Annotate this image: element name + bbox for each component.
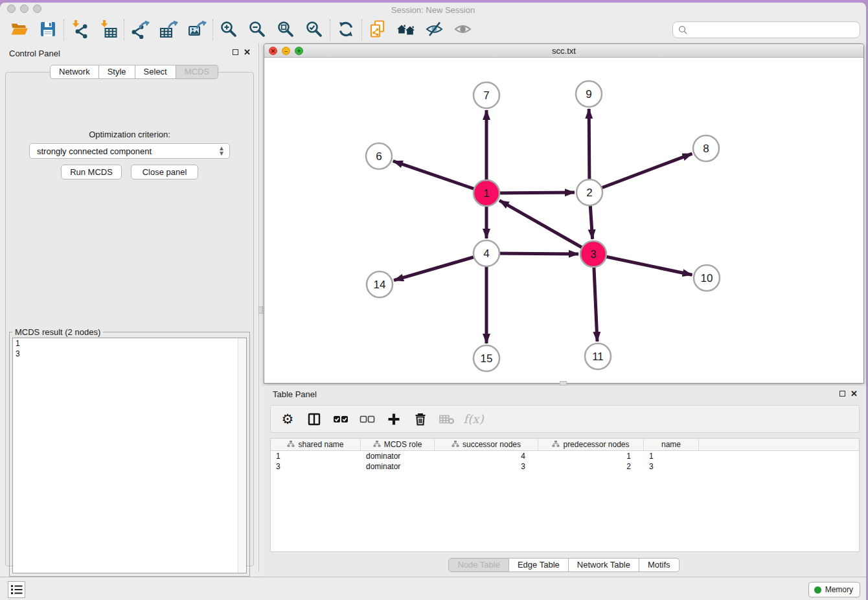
edge-2-8[interactable] xyxy=(589,154,692,192)
edge-4-3[interactable] xyxy=(486,253,578,254)
tab-select[interactable]: Select xyxy=(135,65,176,79)
table-panel-close-button[interactable]: ✕ xyxy=(851,390,858,397)
horizontal-splitter-handle[interactable] xyxy=(560,381,567,386)
import-network-from-file-button[interactable] xyxy=(65,19,94,41)
new-network-from-selection-button[interactable] xyxy=(363,19,392,41)
table-tab-node-table[interactable]: Node Table xyxy=(448,558,509,572)
graph-node-1[interactable]: 1 xyxy=(474,180,499,206)
graph-node-8[interactable]: 8 xyxy=(693,135,719,161)
column-type-icon xyxy=(287,440,295,450)
column-type-icon xyxy=(373,440,381,450)
graph-node-11[interactable]: 11 xyxy=(585,343,611,369)
open-file-button[interactable] xyxy=(5,19,34,41)
delete-columns-button[interactable] xyxy=(413,411,428,427)
network-window-titlebar[interactable]: ✕ – + scc.txt xyxy=(264,44,863,58)
mcds-result-list[interactable]: 13 xyxy=(12,338,247,573)
hide-selected-button[interactable] xyxy=(420,19,449,41)
graph-node-7[interactable]: 7 xyxy=(474,82,499,108)
zoom-in-button[interactable] xyxy=(214,19,243,41)
table-cell[interactable]: 3 xyxy=(435,461,538,472)
memory-button[interactable]: Memory xyxy=(808,582,860,597)
graph-node-9[interactable]: 9 xyxy=(576,81,602,107)
show-all-button[interactable] xyxy=(449,19,477,41)
task-history-button[interactable] xyxy=(8,581,25,598)
edge-3-1[interactable] xyxy=(499,200,593,254)
toolbar-separator xyxy=(212,19,213,40)
table-cell[interactable]: dominator xyxy=(361,461,435,472)
table-tab-network-table[interactable]: Network Table xyxy=(569,558,639,572)
new-network-from-selection-icon xyxy=(368,19,387,41)
mcds-result-scrollbar[interactable] xyxy=(238,338,246,573)
import-network-from-file-icon xyxy=(70,19,89,41)
add-column-button[interactable] xyxy=(386,411,402,427)
show-hide-columns-button[interactable] xyxy=(306,411,322,427)
graph-node-15[interactable]: 15 xyxy=(474,345,499,371)
export-network-button[interactable] xyxy=(126,19,154,41)
app-window: Session: New Session Control Panel ✕ Net… xyxy=(0,3,866,600)
zoom-in-icon xyxy=(219,19,238,41)
table-toolbar: ⚙f(x) xyxy=(270,405,860,433)
search-box[interactable] xyxy=(672,21,860,38)
toolbar-separator xyxy=(361,19,362,40)
export-image-button[interactable] xyxy=(183,19,211,41)
table-options-button[interactable]: ⚙ xyxy=(280,411,295,427)
toolbar-separator xyxy=(124,19,124,40)
apply-preferred-layout-button[interactable] xyxy=(332,19,360,41)
table-tab-edge-table[interactable]: Edge Table xyxy=(509,558,569,572)
export-table-button[interactable] xyxy=(154,19,183,41)
criterion-dropdown[interactable]: strongly connected component ▲▼ xyxy=(29,143,230,159)
graph-node-14[interactable]: 14 xyxy=(367,271,393,297)
table-cell[interactable]: dominator xyxy=(361,451,435,461)
control-panel-close-button[interactable]: ✕ xyxy=(244,49,251,56)
graph-node-4[interactable]: 4 xyxy=(474,240,499,266)
table-tab-motifs[interactable]: Motifs xyxy=(639,558,680,572)
column-header-MCDS-role[interactable]: MCDS role xyxy=(361,439,435,450)
table-cell[interactable]: 3 xyxy=(644,461,699,472)
zoom-fit-button[interactable] xyxy=(271,19,300,41)
table-cell[interactable]: 3 xyxy=(271,461,361,472)
graph-node-3[interactable]: 3 xyxy=(580,241,606,267)
column-header-predecessor-nodes[interactable]: predecessor nodes xyxy=(538,439,644,450)
search-input[interactable] xyxy=(687,23,860,37)
close-panel-button[interactable]: Close panel xyxy=(131,165,198,179)
column-header-shared-name[interactable]: shared name xyxy=(271,439,361,450)
tab-network[interactable]: Network xyxy=(50,65,99,79)
mcds-result-item[interactable]: 3 xyxy=(13,349,246,359)
table-row[interactable]: 1dominator411 xyxy=(271,451,859,461)
mcds-result-item[interactable]: 1 xyxy=(13,338,246,349)
edge-1-6[interactable] xyxy=(393,161,486,194)
save-session-button[interactable] xyxy=(34,19,62,41)
edge-4-14[interactable] xyxy=(394,253,486,281)
graph-node-2[interactable]: 2 xyxy=(577,179,602,205)
table-cell[interactable]: 1 xyxy=(538,451,644,461)
table-cell[interactable]: 1 xyxy=(644,451,699,461)
deselect-all-button[interactable] xyxy=(360,411,375,427)
network-view-window: ✕ – + scc.txt 7968124314101511 xyxy=(264,43,864,384)
graph-node-6[interactable]: 6 xyxy=(366,143,392,169)
node-label: 6 xyxy=(376,150,382,163)
export-table-icon xyxy=(159,19,178,41)
network-canvas[interactable]: 7968124314101511 xyxy=(265,58,864,383)
tab-style[interactable]: Style xyxy=(99,65,135,79)
table-row[interactable]: 3dominator323 xyxy=(271,461,859,472)
edge-3-10[interactable] xyxy=(593,254,692,275)
column-header-name[interactable]: name xyxy=(644,439,699,450)
node-label: 2 xyxy=(586,187,592,199)
table-cell[interactable]: 1 xyxy=(271,451,361,461)
first-neighbors-button[interactable] xyxy=(392,19,420,41)
control-panel-float-button[interactable] xyxy=(233,49,238,55)
node-table-body: 1dominator4113dominator323 xyxy=(271,451,859,472)
vertical-splitter-handle[interactable] xyxy=(258,306,263,314)
run-mcds-button[interactable]: Run MCDS xyxy=(61,165,122,179)
table-cell[interactable]: 4 xyxy=(435,451,538,461)
zoom-selected-button[interactable] xyxy=(300,19,328,41)
zoom-out-button[interactable] xyxy=(243,19,271,41)
table-cell[interactable]: 2 xyxy=(538,461,644,472)
import-table-from-file-button[interactable] xyxy=(94,19,122,41)
column-header-successor-nodes[interactable]: successor nodes xyxy=(435,439,538,450)
table-panel-float-button[interactable] xyxy=(839,391,845,397)
tab-mcds[interactable]: MCDS xyxy=(176,65,218,79)
mcds-result-box: MCDS result (2 nodes) 13 xyxy=(9,332,250,577)
graph-node-10[interactable]: 10 xyxy=(694,265,720,291)
select-all-button[interactable] xyxy=(333,411,348,427)
